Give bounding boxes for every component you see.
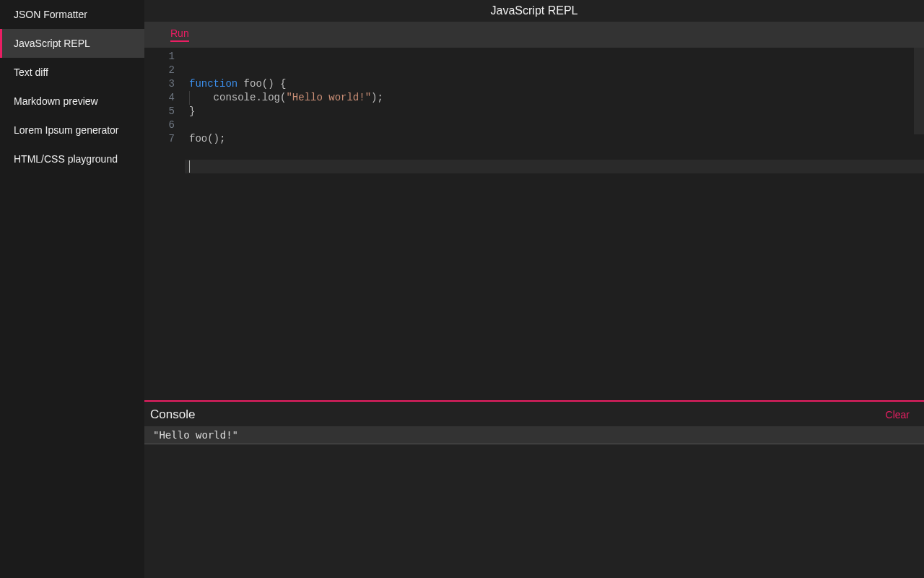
toolbar: Run (144, 22, 924, 48)
line-number: 1 (144, 50, 175, 64)
sidebar-item-markdown-preview[interactable]: Markdown preview (0, 87, 144, 116)
console-header: Console Clear (144, 402, 924, 426)
line-number-gutter: 1234567 (144, 48, 185, 400)
console-output[interactable]: "Hello world!" (144, 426, 924, 578)
line-number: 6 (144, 118, 175, 132)
code-area[interactable]: function foo() { console.log("Hello worl… (185, 48, 924, 400)
sidebar-item-json-formatter[interactable]: JSON Formatter (0, 0, 144, 29)
console-title: Console (150, 407, 195, 422)
code-line[interactable]: foo(); (185, 132, 924, 146)
code-line[interactable] (185, 160, 924, 173)
sidebar-item-lorem-ipsum-generator[interactable]: Lorem Ipsum generator (0, 116, 144, 144)
line-number: 7 (144, 132, 175, 146)
sidebar-item-html-css-playground[interactable]: HTML/CSS playground (0, 144, 144, 173)
sidebar-item-javascript-repl[interactable]: JavaScript REPL (0, 29, 144, 58)
code-line[interactable]: } (185, 105, 924, 118)
code-line[interactable] (185, 146, 924, 160)
line-number: 4 (144, 91, 175, 105)
code-editor[interactable]: 1234567 function foo() { console.log("He… (144, 48, 924, 400)
page-title: JavaScript REPL (144, 0, 924, 22)
console-line: "Hello world!" (144, 426, 924, 444)
line-number: 3 (144, 77, 175, 91)
clear-button[interactable]: Clear (886, 409, 910, 420)
main-panel: JavaScript REPL Run 1234567 function foo… (144, 0, 924, 578)
line-number: 2 (144, 64, 175, 77)
run-button[interactable]: Run (170, 27, 189, 42)
code-line[interactable]: console.log("Hello world!"); (185, 91, 924, 105)
minimap[interactable] (914, 48, 924, 134)
text-cursor (189, 160, 190, 173)
code-line[interactable] (185, 118, 924, 132)
sidebar: JSON FormatterJavaScript REPLText diffMa… (0, 0, 144, 578)
line-number: 5 (144, 105, 175, 118)
sidebar-item-text-diff[interactable]: Text diff (0, 58, 144, 87)
code-line[interactable]: function foo() { (185, 77, 924, 91)
